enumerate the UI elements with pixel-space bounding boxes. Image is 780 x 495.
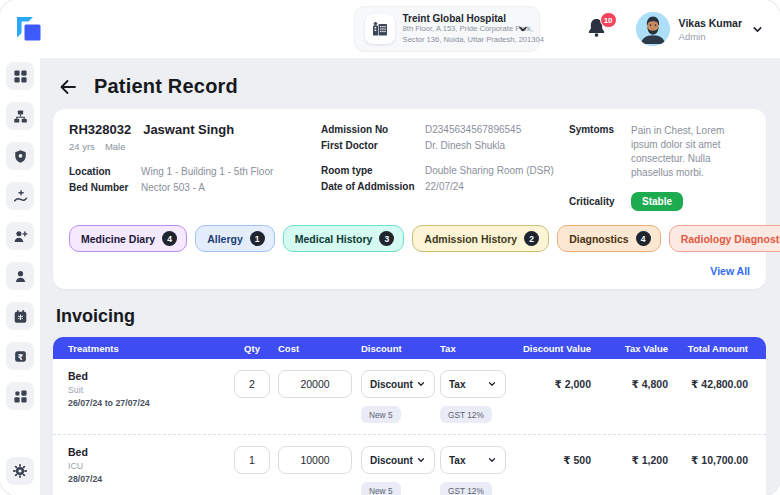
discount-tag: New 5: [361, 406, 401, 423]
hospital-icon-box: [365, 14, 395, 44]
notifications-button[interactable]: 10: [586, 16, 610, 42]
back-button[interactable]: [57, 76, 79, 98]
invoice-row: Bed ICU 28/07/24 Discount: [53, 435, 766, 495]
criticality-label: Criticality: [569, 196, 631, 207]
add-user-icon: [13, 229, 28, 244]
category-pill[interactable]: Admission History 2: [412, 225, 549, 252]
tax-tag: GST 12%: [440, 406, 492, 423]
user-menu[interactable]: Vikas Kumar Admin: [636, 12, 764, 46]
room-type-label: Room type: [321, 165, 425, 176]
category-pill-count-badge: 2: [524, 231, 539, 246]
chevron-down-icon: [416, 379, 426, 389]
arrow-left-icon: [58, 77, 78, 97]
sidebar-item-settings[interactable]: [6, 457, 34, 485]
category-pill[interactable]: Medicine Diary 4: [69, 225, 187, 252]
topbar: Treint Global Hospital 8th Floor, A 153,…: [0, 0, 780, 58]
col-total-amount: Total Amount: [673, 343, 748, 354]
patient-gender: Male: [105, 141, 126, 152]
symptoms-label: Symtoms: [569, 124, 631, 180]
tax-cell: Tax GST 12%: [440, 370, 512, 423]
col-discount-value: Discount Value: [517, 343, 591, 354]
sidebar: ₹: [0, 58, 40, 495]
category-pill[interactable]: Diagnostics 4: [557, 225, 661, 252]
col-tax-value: Tax Value: [596, 343, 668, 354]
category-pill-label: Radiology Diagnostics: [681, 233, 780, 245]
sidebar-item-dashboard[interactable]: [6, 62, 34, 90]
sidebar-item-modules[interactable]: [6, 382, 34, 410]
discount-dropdown-label: Discount: [370, 379, 413, 390]
patient-id: RH328032: [69, 122, 131, 137]
modules-icon: [13, 389, 28, 404]
billing-icon: ₹: [13, 349, 28, 364]
avatar: [636, 12, 670, 46]
col-qty: Qty: [231, 343, 273, 354]
tax-dropdown[interactable]: Tax: [440, 446, 506, 474]
category-pill[interactable]: Radiology Diagnostics 4: [669, 225, 780, 252]
treatment-name: Bed: [68, 446, 226, 458]
discount-value: ₹ 500: [517, 446, 591, 466]
sidebar-item-add-user[interactable]: [6, 222, 34, 250]
category-pill-label: Medicine Diary: [81, 233, 155, 245]
cost-input[interactable]: [278, 446, 352, 474]
notification-count-badge: 10: [600, 12, 617, 28]
tax-dropdown-label: Tax: [449, 455, 466, 466]
patient-summary-card: RH328032 Jaswant Singh 24 yrs Male Locat…: [53, 109, 766, 289]
col-tax: Tax: [440, 343, 512, 354]
tax-value: ₹ 1,200: [596, 446, 668, 466]
qty-cell: [231, 446, 273, 474]
page-title: Patient Record: [94, 75, 238, 98]
category-pill-count-badge: 3: [379, 231, 394, 246]
care-icon: [13, 189, 28, 204]
category-pill-label: Diagnostics: [569, 233, 629, 245]
hospital-address-line2: Sector 136, Noida, Uttar Pradesh, 201304: [403, 35, 509, 45]
chevron-down-icon: [751, 23, 764, 36]
discount-cell: Discount New 5: [361, 370, 435, 423]
criticality-status-badge: Stable: [631, 192, 683, 211]
category-pill-label: Admission History: [424, 233, 517, 245]
category-pill[interactable]: Allergy 1: [195, 225, 275, 252]
location-label: Location: [69, 166, 141, 177]
app-window: Treint Global Hospital 8th Floor, A 153,…: [0, 0, 780, 495]
discount-dropdown[interactable]: Discount: [361, 446, 435, 474]
hospital-info: Treint Global Hospital 8th Floor, A 153,…: [403, 13, 509, 45]
category-pill[interactable]: Medical History 3: [283, 225, 405, 252]
admission-date-value: 22/07/24: [425, 181, 464, 192]
bed-number-value: Nector 503 - A: [141, 182, 205, 193]
sidebar-item-billing[interactable]: ₹: [6, 342, 34, 370]
main-content: Patient Record RH328032 Jaswant Singh 24…: [40, 58, 780, 495]
treatment-cell: Bed ICU 28/07/24: [68, 446, 226, 484]
sidebar-item-patients[interactable]: [6, 262, 34, 290]
qty-cell: [231, 370, 273, 398]
tax-dropdown[interactable]: Tax: [440, 370, 506, 398]
qty-input[interactable]: [234, 446, 270, 474]
hospital-name: Treint Global Hospital: [403, 13, 509, 24]
discount-dropdown[interactable]: Discount: [361, 370, 435, 398]
tax-cell: Tax GST 12%: [440, 446, 512, 495]
dashboard-icon: [13, 69, 28, 84]
hospital-selector[interactable]: Treint Global Hospital 8th Floor, A 153,…: [354, 6, 540, 52]
chevron-down-icon: [487, 379, 497, 389]
tax-dropdown-label: Tax: [449, 379, 466, 390]
first-doctor-label: First Doctor: [321, 140, 425, 151]
sidebar-item-hierarchy[interactable]: [6, 102, 34, 130]
treatment-dates: 28/07/24: [68, 474, 226, 484]
location-value: Wing 1 - Building 1 - 5th Floor: [141, 166, 273, 177]
app-logo[interactable]: [10, 10, 48, 48]
treatment-subtitle: Suit: [68, 385, 226, 395]
treatment-subtitle: ICU: [68, 461, 226, 471]
view-all-link[interactable]: View All: [710, 265, 750, 277]
treatment-dates: 26/07/24 to 27/07/24: [68, 398, 226, 408]
sidebar-item-security[interactable]: [6, 142, 34, 170]
col-cost: Cost: [278, 343, 356, 354]
qty-input[interactable]: [234, 370, 270, 398]
chevron-down-icon: [487, 455, 497, 465]
category-pill-count-badge: 1: [250, 231, 265, 246]
bed-number-label: Bed Number: [69, 182, 141, 193]
invoice-row: Bed Suit 26/07/24 to 27/07/24 Discount: [53, 359, 766, 435]
shield-icon: [13, 149, 28, 164]
cost-input[interactable]: [278, 370, 352, 398]
col-treatments: Treatments: [68, 343, 226, 354]
sidebar-item-appointments[interactable]: [6, 302, 34, 330]
total-amount: ₹ 42,800.00: [673, 370, 748, 390]
sidebar-item-services[interactable]: [6, 182, 34, 210]
